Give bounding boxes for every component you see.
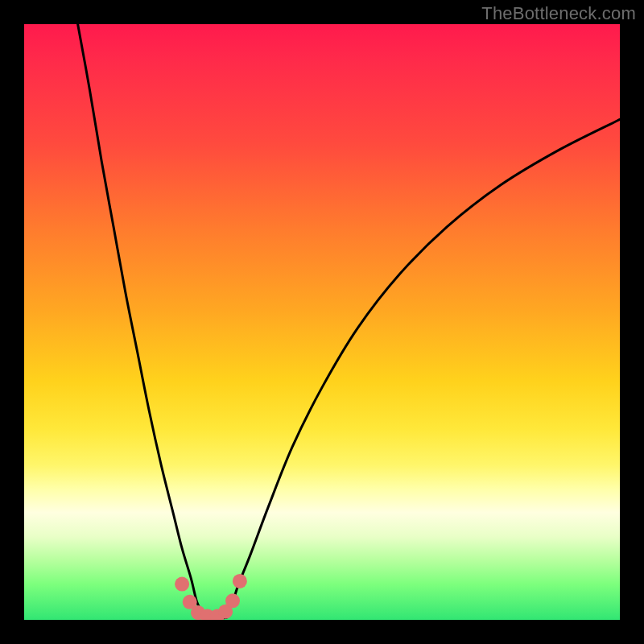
plot-area — [24, 24, 620, 620]
floor-marker — [225, 593, 240, 608]
floor-marker — [175, 577, 189, 592]
curve-layer — [24, 24, 620, 620]
chart-frame: TheBottleneck.com — [0, 0, 644, 644]
floor-marker — [233, 574, 247, 588]
bottleneck-curve — [78, 24, 620, 618]
watermark-text: TheBottleneck.com — [481, 3, 636, 24]
